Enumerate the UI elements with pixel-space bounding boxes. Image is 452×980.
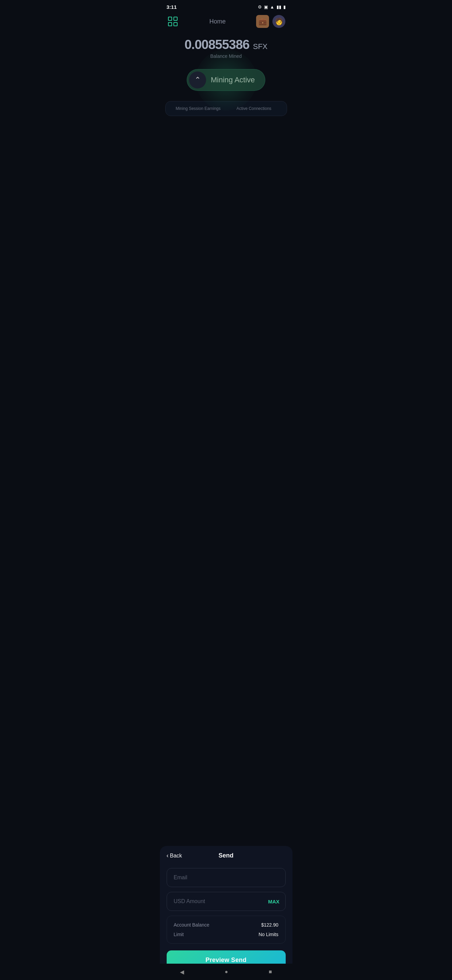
- settings-icon: ⚙: [258, 5, 262, 10]
- status-time: 3:11: [167, 4, 177, 10]
- wallet-icon[interactable]: 💼: [256, 15, 269, 28]
- nav-title: Home: [209, 18, 225, 25]
- status-bar: 3:11 ⚙ ▣ ▲ ▮▮ ▮: [160, 0, 292, 12]
- sim-icon: ▣: [264, 5, 268, 10]
- nav-right: 💼 🧑: [256, 15, 285, 28]
- mining-area: ⌃ Mining Active: [160, 62, 292, 98]
- wifi-icon: ▲: [270, 5, 274, 10]
- grid-cell-4: [173, 22, 178, 26]
- chevron-icon: ⌃: [195, 76, 201, 84]
- battery-icon: ▮: [283, 5, 286, 10]
- grid-cell-3: [168, 22, 172, 26]
- signal-icon: ▮▮: [276, 5, 281, 10]
- grid-menu-icon[interactable]: [167, 15, 179, 27]
- grid-cell-2: [173, 17, 178, 21]
- mining-label: Mining Active: [211, 76, 255, 84]
- avatar[interactable]: 🧑: [273, 15, 285, 28]
- mining-button[interactable]: ⌃ Mining Active: [187, 69, 266, 91]
- mining-chevron-icon: ⌃: [189, 72, 206, 89]
- status-icons: ⚙ ▣ ▲ ▮▮ ▮: [258, 5, 286, 10]
- top-nav: Home 💼 🧑: [160, 12, 292, 30]
- grid-cell-1: [168, 17, 172, 21]
- balance-unit: SFX: [253, 42, 268, 51]
- balance-amount: 0.00855386: [184, 37, 249, 52]
